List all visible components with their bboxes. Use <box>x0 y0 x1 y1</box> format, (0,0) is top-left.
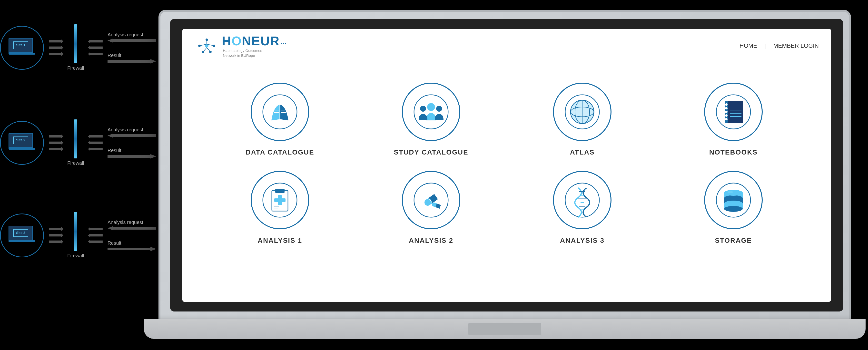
logo-o: O <box>231 34 242 48</box>
site-2-screen-label: Site 2 <box>16 138 25 142</box>
study-catalogue-item[interactable]: STUDY CATALOGUE <box>363 83 499 156</box>
study-catalogue-label: STUDY CATALOGUE <box>394 149 468 156</box>
screen-content: H O NEUR ··· Haematology Outcomes Networ… <box>182 29 831 302</box>
logo-h: H <box>222 34 231 48</box>
atlas-item[interactable]: ATLAS <box>514 83 651 156</box>
analysis2-circle <box>402 171 460 229</box>
analysis1-label: ANALYSIS 1 <box>258 237 302 245</box>
laptop: H O NEUR ··· Haematology Outcomes Networ… <box>158 10 851 346</box>
right-panel: H O NEUR ··· Haematology Outcomes Networ… <box>146 5 863 346</box>
storage-item[interactable]: STORAGE <box>665 171 802 245</box>
analysis3-label: ANALYSIS 3 <box>560 237 604 245</box>
notebooks-circle <box>704 83 763 141</box>
analysis1-icon <box>261 182 298 218</box>
svg-point-82 <box>727 191 733 193</box>
logo-dots-right: ··· <box>281 39 286 47</box>
logo-subtitle: Haematology Outcomes Network in EURope <box>223 48 286 58</box>
svg-rect-51 <box>275 189 284 193</box>
nav-home[interactable]: HOME <box>740 42 757 49</box>
laptop-trackpad <box>468 323 541 335</box>
nav-divider: | <box>764 42 766 49</box>
browser-nav: H O NEUR ··· Haematology Outcomes Networ… <box>182 29 831 63</box>
analysis2-item[interactable]: ANALYSIS 2 <box>363 171 499 245</box>
laptop-base <box>144 319 866 339</box>
svg-point-44 <box>725 118 727 120</box>
svg-point-41 <box>725 107 727 109</box>
firewall-label-3: Firewall <box>67 253 84 259</box>
analysis3-icon <box>564 182 600 218</box>
notebooks-icon <box>715 94 752 130</box>
analysis3-circle <box>553 171 612 229</box>
data-catalogue-circle <box>251 83 309 141</box>
svg-point-25 <box>436 106 442 112</box>
notebooks-label: NOTEBOOKS <box>709 149 757 156</box>
notebooks-item[interactable]: NOTEBOOKS <box>665 83 802 156</box>
nav-member-login[interactable]: MEMBER LOGIN <box>773 42 819 49</box>
site-2-row: Site 2 Firewall <box>0 120 142 166</box>
study-catalogue-circle <box>402 83 460 141</box>
data-catalogue-icon <box>261 94 298 130</box>
svg-point-81 <box>724 190 743 196</box>
analysis2-label: ANALYSIS 2 <box>409 237 453 245</box>
screen-bezel: H O NEUR ··· Haematology Outcomes Networ… <box>170 19 843 312</box>
firewall-label-1: Firewall <box>67 65 84 71</box>
logo-text-block: H O NEUR ··· Haematology Outcomes Networ… <box>222 34 286 58</box>
data-catalogue-item[interactable]: DATA CATALOGUE <box>212 83 348 156</box>
svg-point-40 <box>725 103 727 106</box>
storage-label: STORAGE <box>715 237 752 245</box>
nav-links: HOME | MEMBER LOGIN <box>740 42 819 49</box>
svg-line-13 <box>207 47 210 52</box>
atlas-label: ATLAS <box>570 149 594 156</box>
logo-network-icon <box>194 36 219 56</box>
svg-point-24 <box>420 106 426 112</box>
svg-point-80 <box>724 206 743 212</box>
analysis1-circle <box>251 171 309 229</box>
icons-grid: DATA CATALOGUE <box>182 63 831 264</box>
data-catalogue-label: DATA CATALOGUE <box>246 149 314 156</box>
atlas-icon <box>564 94 600 130</box>
left-panel: Site 1 Firewall <box>0 0 151 350</box>
site-screen-label: Site 1 <box>16 43 25 47</box>
svg-point-66 <box>565 183 599 217</box>
atlas-circle <box>553 83 612 141</box>
svg-point-22 <box>414 95 448 129</box>
svg-line-12 <box>203 47 207 52</box>
svg-rect-38 <box>726 101 743 123</box>
svg-rect-53 <box>274 198 285 202</box>
svg-point-42 <box>725 110 727 113</box>
analysis2-icon <box>413 182 450 218</box>
svg-point-23 <box>427 103 435 111</box>
site-3-row: Site 3 Firewall <box>0 212 142 259</box>
site-1-row: Site 1 Firewall <box>0 24 142 71</box>
study-catalogue-icon <box>413 94 450 130</box>
firewall-label-2: Firewall <box>67 160 84 166</box>
site-2-circle: Site 2 <box>0 121 44 165</box>
site-3-circle: Site 3 <box>0 214 44 257</box>
honeur-logo: H O NEUR ··· Haematology Outcomes Networ… <box>194 34 286 58</box>
analysis3-item[interactable]: ANALYSIS 3 <box>514 171 651 245</box>
laptop-body: H O NEUR ··· Haematology Outcomes Networ… <box>158 10 851 322</box>
logo-neur: NEUR <box>242 34 280 48</box>
site-3-screen-label: Site 3 <box>16 231 25 235</box>
site-1-circle: Site 1 <box>0 26 44 70</box>
svg-point-43 <box>725 114 727 117</box>
storage-icon <box>715 182 752 218</box>
analysis1-item[interactable]: ANALYSIS 1 <box>212 171 348 245</box>
storage-circle <box>704 171 763 229</box>
